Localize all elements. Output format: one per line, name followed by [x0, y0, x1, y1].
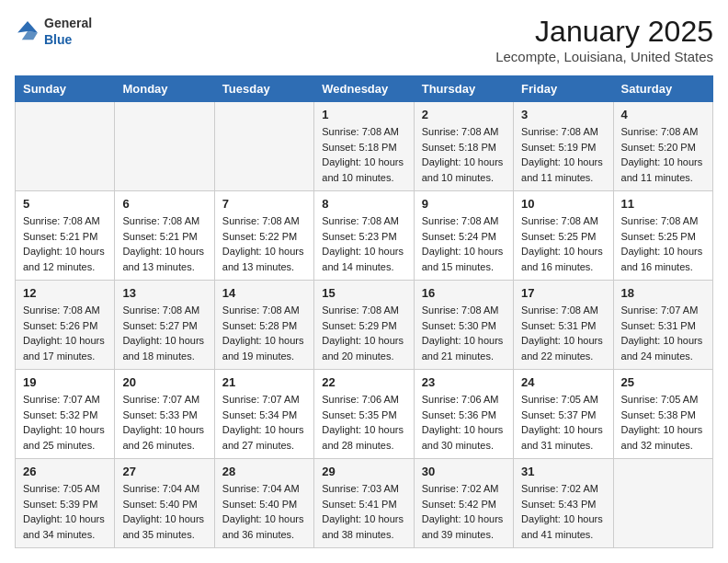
- day-info: Sunrise: 7:08 AMSunset: 5:27 PMDaylight:…: [122, 303, 206, 363]
- daylight-text: Daylight: 10 hours and 11 minutes.: [621, 156, 703, 183]
- sunrise-text: Sunrise: 7:02 AM: [422, 483, 499, 494]
- sunrise-text: Sunrise: 7:06 AM: [322, 394, 399, 405]
- day-info: Sunrise: 7:05 AMSunset: 5:37 PMDaylight:…: [521, 392, 605, 453]
- daylight-text: Daylight: 10 hours and 17 minutes.: [23, 335, 105, 362]
- daylight-text: Daylight: 10 hours and 15 minutes.: [422, 246, 504, 272]
- day-info: Sunrise: 7:05 AMSunset: 5:39 PMDaylight:…: [23, 481, 107, 542]
- sunset-text: Sunset: 5:21 PM: [23, 231, 97, 242]
- sunrise-text: Sunrise: 7:07 AM: [122, 394, 199, 405]
- calendar-week-row: 26Sunrise: 7:05 AMSunset: 5:39 PMDayligh…: [16, 459, 713, 548]
- sunset-text: Sunset: 5:27 PM: [122, 320, 197, 331]
- title-block: January 2025 Lecompte, Louisiana, United…: [495, 15, 713, 64]
- daylight-text: Daylight: 10 hours and 13 minutes.: [222, 246, 304, 272]
- day-of-week-header: Sunday: [16, 76, 115, 102]
- day-info: Sunrise: 7:04 AMSunset: 5:40 PMDaylight:…: [122, 481, 206, 542]
- calendar-day-cell: 15Sunrise: 7:08 AMSunset: 5:29 PMDayligh…: [314, 281, 414, 370]
- calendar-week-row: 5Sunrise: 7:08 AMSunset: 5:21 PMDaylight…: [16, 191, 713, 281]
- calendar-day-cell: 2Sunrise: 7:08 AMSunset: 5:18 PMDaylight…: [414, 102, 513, 191]
- calendar-day-cell: 20Sunrise: 7:07 AMSunset: 5:33 PMDayligh…: [115, 370, 214, 459]
- sunrise-text: Sunrise: 7:03 AM: [322, 483, 399, 494]
- sunrise-text: Sunrise: 7:04 AM: [222, 483, 300, 494]
- day-info: Sunrise: 7:07 AMSunset: 5:31 PMDaylight:…: [621, 303, 705, 363]
- day-info: Sunrise: 7:04 AMSunset: 5:40 PMDaylight:…: [222, 481, 306, 542]
- calendar-day-cell: 23Sunrise: 7:06 AMSunset: 5:36 PMDayligh…: [414, 370, 513, 459]
- sunset-text: Sunset: 5:26 PM: [23, 320, 97, 331]
- calendar-day-cell: [613, 459, 712, 548]
- calendar-day-cell: 16Sunrise: 7:08 AMSunset: 5:30 PMDayligh…: [414, 281, 513, 370]
- sunrise-text: Sunrise: 7:05 AM: [521, 394, 598, 405]
- calendar-day-cell: 24Sunrise: 7:05 AMSunset: 5:37 PMDayligh…: [514, 370, 613, 459]
- sunset-text: Sunset: 5:20 PM: [621, 142, 696, 153]
- daylight-text: Daylight: 10 hours and 10 minutes.: [322, 156, 404, 183]
- day-info: Sunrise: 7:08 AMSunset: 5:21 PMDaylight:…: [23, 213, 107, 274]
- sunset-text: Sunset: 5:31 PM: [521, 320, 596, 331]
- calendar-day-cell: 9Sunrise: 7:08 AMSunset: 5:24 PMDaylight…: [414, 191, 513, 281]
- day-number: 27: [122, 465, 206, 478]
- sunset-text: Sunset: 5:33 PM: [122, 409, 197, 420]
- calendar-day-cell: 22Sunrise: 7:06 AMSunset: 5:35 PMDayligh…: [314, 370, 414, 459]
- day-number: 20: [122, 375, 206, 389]
- sunset-text: Sunset: 5:39 PM: [23, 499, 97, 510]
- day-number: 10: [521, 197, 605, 211]
- sunset-text: Sunset: 5:21 PM: [122, 231, 197, 242]
- sunrise-text: Sunrise: 7:07 AM: [621, 304, 699, 316]
- calendar-day-cell: 5Sunrise: 7:08 AMSunset: 5:21 PMDaylight…: [16, 191, 115, 281]
- day-info: Sunrise: 7:08 AMSunset: 5:26 PMDaylight:…: [23, 303, 107, 363]
- sunset-text: Sunset: 5:28 PM: [222, 320, 297, 331]
- sunrise-text: Sunrise: 7:08 AM: [23, 215, 100, 226]
- day-number: 11: [621, 197, 705, 211]
- daylight-text: Daylight: 10 hours and 16 minutes.: [521, 246, 603, 272]
- calendar-day-cell: 8Sunrise: 7:08 AMSunset: 5:23 PMDaylight…: [314, 191, 414, 281]
- sunset-text: Sunset: 5:43 PM: [521, 499, 596, 510]
- sunset-text: Sunset: 5:41 PM: [322, 499, 396, 510]
- day-info: Sunrise: 7:08 AMSunset: 5:29 PMDaylight:…: [322, 303, 405, 363]
- sunrise-text: Sunrise: 7:08 AM: [521, 304, 598, 316]
- day-of-week-header: Wednesday: [314, 76, 414, 102]
- sunset-text: Sunset: 5:30 PM: [422, 320, 496, 331]
- day-number: 23: [422, 375, 506, 389]
- day-info: Sunrise: 7:08 AMSunset: 5:18 PMDaylight:…: [422, 124, 506, 185]
- sunrise-text: Sunrise: 7:08 AM: [222, 304, 300, 316]
- sunset-text: Sunset: 5:32 PM: [23, 409, 97, 420]
- day-info: Sunrise: 7:08 AMSunset: 5:30 PMDaylight:…: [422, 303, 506, 363]
- calendar-day-cell: 14Sunrise: 7:08 AMSunset: 5:28 PMDayligh…: [214, 281, 313, 370]
- sunrise-text: Sunrise: 7:08 AM: [122, 304, 199, 316]
- sunrise-text: Sunrise: 7:08 AM: [422, 304, 499, 316]
- daylight-text: Daylight: 10 hours and 10 minutes.: [422, 156, 504, 183]
- daylight-text: Daylight: 10 hours and 26 minutes.: [122, 424, 204, 451]
- daylight-text: Daylight: 10 hours and 20 minutes.: [322, 335, 404, 362]
- sunset-text: Sunset: 5:18 PM: [422, 142, 496, 153]
- sunrise-text: Sunrise: 7:08 AM: [422, 126, 499, 137]
- day-info: Sunrise: 7:08 AMSunset: 5:23 PMDaylight:…: [322, 213, 405, 274]
- sunrise-text: Sunrise: 7:08 AM: [222, 215, 300, 226]
- day-number: 7: [222, 197, 306, 211]
- calendar-day-cell: [214, 102, 313, 191]
- calendar-week-row: 12Sunrise: 7:08 AMSunset: 5:26 PMDayligh…: [16, 281, 713, 370]
- calendar-day-cell: [115, 102, 214, 191]
- day-info: Sunrise: 7:08 AMSunset: 5:22 PMDaylight:…: [222, 213, 306, 274]
- sunset-text: Sunset: 5:23 PM: [322, 231, 396, 242]
- sunset-text: Sunset: 5:29 PM: [322, 320, 396, 331]
- sunrise-text: Sunrise: 7:08 AM: [621, 126, 699, 137]
- sunrise-text: Sunrise: 7:07 AM: [222, 394, 300, 405]
- sunrise-text: Sunrise: 7:08 AM: [23, 304, 100, 316]
- day-number: 25: [621, 375, 705, 389]
- daylight-text: Daylight: 10 hours and 16 minutes.: [621, 246, 703, 272]
- sunset-text: Sunset: 5:42 PM: [422, 499, 496, 510]
- sunrise-text: Sunrise: 7:08 AM: [621, 215, 699, 226]
- calendar-day-cell: 25Sunrise: 7:05 AMSunset: 5:38 PMDayligh…: [613, 370, 712, 459]
- calendar-day-cell: 4Sunrise: 7:08 AMSunset: 5:20 PMDaylight…: [613, 102, 712, 191]
- sunset-text: Sunset: 5:40 PM: [122, 499, 197, 510]
- sunrise-text: Sunrise: 7:07 AM: [23, 394, 100, 405]
- calendar-day-cell: [16, 102, 115, 191]
- day-info: Sunrise: 7:08 AMSunset: 5:28 PMDaylight:…: [222, 303, 306, 363]
- sunrise-text: Sunrise: 7:02 AM: [521, 483, 598, 494]
- day-info: Sunrise: 7:08 AMSunset: 5:19 PMDaylight:…: [521, 124, 605, 185]
- sunrise-text: Sunrise: 7:08 AM: [422, 215, 499, 226]
- svg-marker-0: [17, 21, 38, 32]
- calendar-day-cell: 26Sunrise: 7:05 AMSunset: 5:39 PMDayligh…: [16, 459, 115, 548]
- day-number: 4: [621, 108, 705, 121]
- calendar-day-cell: 28Sunrise: 7:04 AMSunset: 5:40 PMDayligh…: [214, 459, 313, 548]
- daylight-text: Daylight: 10 hours and 27 minutes.: [222, 424, 304, 451]
- sunrise-text: Sunrise: 7:08 AM: [521, 126, 598, 137]
